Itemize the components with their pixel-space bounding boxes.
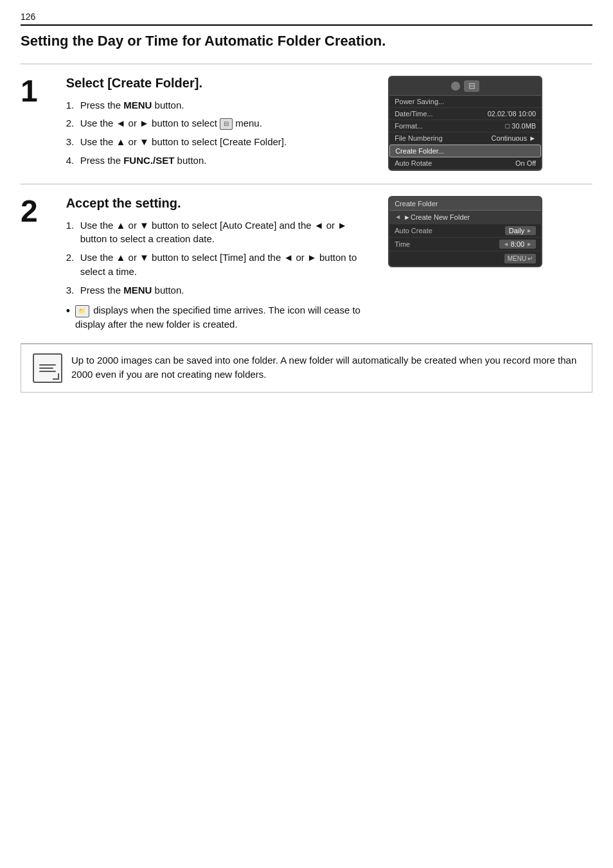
steps-table: 1 Select [Create Folder]. 1. Press the M… [21,64,592,344]
screen-item-format-value: □ 30.0MB [506,122,537,130]
screen-mockup-1: ⊟ Power Saving... Date/Time... 02.02.'08… [388,76,542,171]
time-arrow-right: ► [526,241,532,247]
note-line-1 [39,364,56,366]
screen-item-datetime: Date/Time... 02.02.'08 10:00 [389,108,541,120]
screen-item-datetime-label: Date/Time... [395,110,433,118]
screen2-create-new-folder-row: ◄ ►Create New Folder [389,211,541,224]
step-2-bullet-note: • 📁 displays when the specified time arr… [66,303,369,332]
screen2-time-row: Time ◄ 8:00 ► [389,238,541,251]
step-1-item-4: 4. Press the FUNC./SET button. [66,154,369,168]
time-arrow-left: ◄ [503,241,509,247]
step-2-title: Accept the setting. [66,196,369,211]
step-1-item-1: 1. Press the MENU button. [66,98,369,112]
screen-mockup-2: Create Folder ◄ ►Create New Folder Auto … [388,196,542,267]
note-text: Up to 2000 images can be saved into one … [71,353,580,382]
step-1-item-4-bold: FUNC./SET [123,155,174,166]
screen-item-power: Power Saving... [389,96,541,108]
screen2-time-value: ◄ 8:00 ► [499,240,536,249]
tab-icon-symbol: ⊟ [468,81,475,91]
screen2-title: Create Folder [389,197,541,211]
screen-item-datetime-value: 02.02.'08 10:00 [488,110,537,118]
screen2-left-arrow: ◄ [395,213,401,220]
step-1-number: 1 [21,74,38,108]
step-1-image: ⊟ Power Saving... Date/Time... 02.02.'08… [377,64,592,184]
menu-tab-icon: ⊟ [464,80,479,92]
note-icon-corner [53,373,59,380]
page-title: Setting the Day or Time for Automatic Fo… [21,32,592,51]
screen2-auto-create-value: Daily ► [505,226,536,235]
note-icon-lines [37,362,58,375]
screen-item-autorotate-label: Auto Rotate [395,159,432,167]
bullet-symbol: • [66,303,70,319]
screen2-auto-create-row: Auto Create Daily ► [389,224,541,238]
note-line-2 [39,368,53,369]
step-2-item-2: 2. Use the ▲ or ▼ button to select [Time… [66,251,369,279]
step-2-number-cell: 2 [21,184,62,343]
screen2-menu-label: MENU [508,255,526,262]
step-1-item-2: 2. Use the ◄ or ► button to select ⊟ men… [66,116,369,130]
note-box: Up to 2000 images can be saved into one … [21,344,592,393]
step-2-row: 2 Accept the setting. 1. Use the ▲ or ▼ … [21,184,592,343]
step-2-image: Create Folder ◄ ►Create New Folder Auto … [377,184,592,343]
bullet-note-body: displays when the specified time arrives… [75,305,360,330]
screen-item-autorotate: Auto Rotate On Off [389,157,541,170]
step-2-item-3: 3. Press the MENU button. [66,283,369,297]
bullet-note-text: 📁 displays when the specified time arriv… [75,303,369,332]
step-1-item-3: 3. Use the ▲ or ▼ button to select [Crea… [66,135,369,149]
screen-item-createfolder: Create Folder... [389,145,541,157]
step-2-item-1: 1. Use the ▲ or ▼ button to select [Auto… [66,218,369,247]
screen-item-format: Format... □ 30.0MB [389,120,541,132]
step-1-title: Select [Create Folder]. [66,76,369,91]
screen-item-createfolder-label: Create Folder... [395,147,444,155]
screen-menu-list: Power Saving... Date/Time... 02.02.'08 1… [389,96,541,170]
circle-icon [451,82,460,91]
screen2-create-new-folder-label: ►Create New Folder [404,213,470,221]
step-2-item-3-bold: MENU [123,285,152,296]
step-1-number-cell: 1 [21,64,62,184]
menu-icon-inline: ⊟ [220,118,233,130]
screen2-back-arrow: ↵ [528,255,533,262]
screen-item-power-label: Power Saving... [395,98,444,105]
page-number: 126 [21,12,35,22]
screen-item-format-label: Format... [395,122,423,130]
screen-item-autorotate-value: On Off [515,159,536,167]
step-1-item-1-bold: MENU [123,100,152,111]
screen2-menu-button: MENU ↵ [504,254,536,263]
step-2-content: Accept the setting. 1. Use the ▲ or ▼ bu… [62,184,377,343]
folder-clock-icon: 📁 [75,305,89,317]
screen-item-filenumbering-label: File Numbering [395,134,443,142]
auto-create-arrow-right: ► [526,227,532,234]
screen-top-bar: ⊟ [389,77,541,96]
step-1-content: Select [Create Folder]. 1. Press the MEN… [62,64,377,184]
screen-item-filenumbering: File Numbering Continuous ► [389,132,541,145]
screen-item-filenumbering-value: Continuous ► [492,134,537,142]
screen2-auto-create-label: Auto Create [395,227,500,235]
note-icon [33,353,62,383]
note-line-3 [39,371,56,372]
step-2-list: 1. Use the ▲ or ▼ button to select [Auto… [66,218,369,297]
step-1-list: 1. Press the MENU button. 2. Use the ◄ o… [66,98,369,168]
page-number-bar: 126 [21,12,592,26]
screen2-bottom-bar: MENU ↵ [389,251,541,266]
screen2-time-label: Time [395,240,494,248]
step-1-row: 1 Select [Create Folder]. 1. Press the M… [21,64,592,184]
step-2-number: 2 [21,194,38,228]
